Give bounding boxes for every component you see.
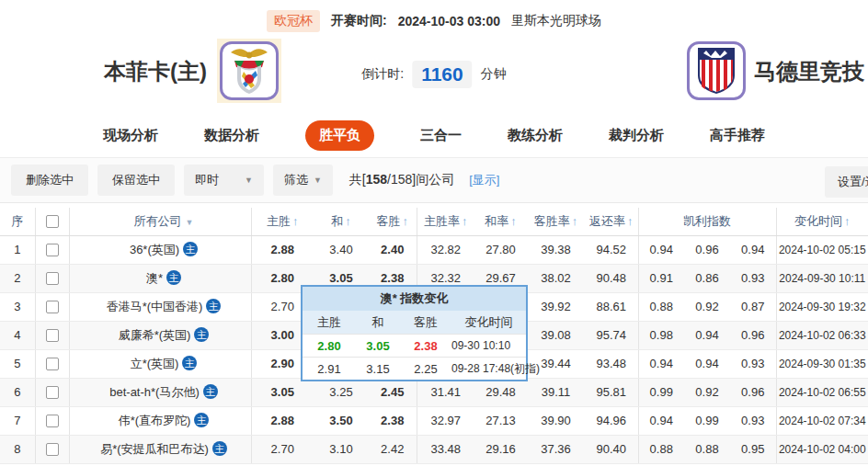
tab-coach-analysis[interactable]: 教练分析 [508, 127, 563, 144]
cell-checkbox [35, 349, 69, 378]
cell-draw-rate: 29.48 [474, 378, 527, 406]
cell-away-odds: 2.42 [369, 435, 417, 463]
cell-change-time: 2024-09-30 01:35 [776, 349, 868, 378]
companies-count: 共[158/158]间公司 [349, 172, 454, 188]
col-header-home-odds[interactable]: 主胜↑ [251, 208, 314, 235]
company-name[interactable]: 澳* [146, 271, 163, 285]
companies-count-rest: /158]间公司 [387, 172, 454, 187]
tab-win-draw-loss[interactable]: 胜平负 [305, 120, 374, 151]
cell-checkbox [35, 292, 69, 321]
cell-checkbox [35, 378, 69, 406]
cell-kelly-draw: 0.99 [684, 406, 730, 435]
filter-dropdown[interactable]: 筛选 ▼ [273, 165, 333, 196]
col-header-home-rate-label: 主胜率 [424, 214, 460, 228]
cell-row-number: 7 [0, 406, 35, 435]
cell-change-time: 2024-10-02 05:15 [776, 235, 868, 264]
teams-header: 本菲卡(主) 倒计时: 1160 分钟 [0, 37, 868, 114]
row-checkbox[interactable] [46, 386, 59, 399]
venue: 里斯本光明球场 [511, 13, 601, 29]
settings-select-button[interactable]: 设置/选择 [825, 166, 868, 198]
col-header-change-time[interactable]: 变化时间↑ [776, 208, 868, 235]
col-header-draw-rate-label: 和率 [485, 214, 508, 228]
cell-return-rate: 95.74 [585, 321, 638, 349]
cell-away-rate: 39.90 [527, 406, 585, 435]
kickoff-label: 开赛时间: [331, 13, 387, 29]
cell-kelly-draw: 0.94 [684, 321, 730, 349]
col-header-away-odds[interactable]: 客胜↑ [369, 208, 417, 235]
col-header-company[interactable]: 所有公司▼ [69, 208, 251, 235]
odds-type-dropdown-value: 即时 [195, 172, 219, 188]
cell-company: 伟*(直布罗陀)主 [69, 406, 251, 435]
row-checkbox[interactable] [46, 301, 59, 313]
select-all-checkbox[interactable] [46, 215, 59, 228]
cell-draw-rate: 29.16 [474, 435, 527, 463]
cell-away-rate: 38.02 [527, 264, 585, 292]
tab-three-in-one[interactable]: 三合一 [420, 127, 462, 144]
home-flag-badge: 主 [203, 384, 218, 399]
company-name[interactable]: 36*(英国) [130, 243, 179, 256]
col-header-draw-odds[interactable]: 和↑ [314, 208, 369, 235]
tab-data-analysis[interactable]: 数据分析 [204, 127, 259, 144]
cell-home-odds: 2.88 [251, 235, 314, 264]
company-name[interactable]: 香港马*(中国香港) [107, 300, 203, 313]
cell-kelly-home: 0.88 [638, 292, 684, 321]
sort-asc-icon: ↑ [844, 214, 851, 228]
chevron-down-icon: ▼ [314, 176, 322, 185]
cell-change-time: 2024-09-30 10:11 [776, 264, 868, 292]
sort-asc-icon: ↑ [403, 214, 409, 228]
row-checkbox[interactable] [46, 244, 59, 256]
company-name[interactable]: bet-at-h*(马尔他) [109, 385, 200, 399]
cell-away-rate: 37.36 [527, 435, 585, 463]
popup-cell-draw: 3.05 [356, 339, 400, 353]
row-checkbox[interactable] [46, 329, 59, 342]
cell-home-odds: 3.05 [251, 378, 314, 406]
cell-return-rate: 88.61 [585, 292, 638, 321]
chevron-down-icon: ▼ [186, 218, 194, 227]
cell-home-rate: 32.82 [417, 235, 474, 264]
col-header-away-rate[interactable]: 客胜率↑ [527, 208, 585, 235]
cell-draw-rate: 27.13 [474, 406, 527, 435]
row-checkbox[interactable] [46, 358, 59, 370]
away-team-logo [684, 39, 748, 103]
company-name[interactable]: 立*(英国) [131, 357, 179, 370]
show-link[interactable]: [显示] [469, 172, 499, 188]
company-name[interactable]: 威廉希*(英国) [119, 328, 191, 342]
row-checkbox[interactable] [46, 272, 59, 285]
cell-away-rate: 39.92 [527, 292, 585, 321]
cell-row-number: 8 [0, 435, 35, 463]
cell-checkbox [35, 235, 69, 264]
company-name[interactable]: 伟*(直布罗陀) [119, 414, 191, 427]
cell-row-number: 3 [0, 292, 35, 321]
cell-kelly-home: 0.98 [638, 321, 684, 349]
cell-checkbox [35, 406, 69, 435]
col-header-return-rate[interactable]: 返还率↑ [585, 208, 638, 235]
col-header-change-time-label: 变化时间 [794, 214, 842, 228]
cell-draw-rate: 27.80 [474, 235, 527, 264]
row-checkbox[interactable] [46, 415, 59, 427]
company-name[interactable]: 易*(安提瓜和巴布达) [100, 442, 209, 456]
home-flag-badge: 主 [206, 299, 221, 313]
cell-away-odds: 2.45 [369, 378, 417, 406]
odds-change-popup: 澳* 指数变化 主胜 和 客胜 变化时间 2.803.052.3809-30 1… [301, 285, 528, 381]
table-row: 8易*(安提瓜和巴布达)主2.703.102.4233.4829.1637.36… [0, 435, 868, 463]
cell-kelly-home: 0.94 [638, 235, 684, 264]
popup-header-row: 主胜 和 客胜 变化时间 [303, 311, 526, 334]
cell-return-rate: 90.40 [585, 435, 638, 463]
cell-kelly-away: 0.87 [730, 292, 776, 321]
row-checkbox[interactable] [46, 443, 59, 456]
delete-selected-button[interactable]: 删除选中 [11, 165, 88, 196]
kickoff-time: 2024-10-03 03:00 [398, 14, 500, 28]
popup-data-row: 2.803.052.3809-30 10:10 [303, 334, 526, 357]
odds-type-dropdown[interactable]: 即时 ▼ [184, 165, 264, 196]
col-header-draw-rate[interactable]: 和率↑ [474, 208, 527, 235]
tab-live-analysis[interactable]: 现场分析 [103, 127, 158, 144]
table-row: 136*(英国)主2.883.402.4032.8227.8039.3894.5… [0, 235, 868, 264]
cell-away-rate: 39.08 [527, 321, 585, 349]
tab-expert-picks[interactable]: 高手推荐 [710, 127, 765, 144]
keep-selected-button[interactable]: 保留选中 [97, 165, 175, 196]
col-header-home-rate[interactable]: 主胜率↑ [417, 208, 474, 235]
cell-company: 易*(安提瓜和巴布达)主 [69, 435, 251, 463]
cell-row-number: 4 [0, 321, 35, 349]
col-header-no: 序 [0, 208, 35, 235]
tab-referee-analysis[interactable]: 裁判分析 [609, 127, 664, 144]
